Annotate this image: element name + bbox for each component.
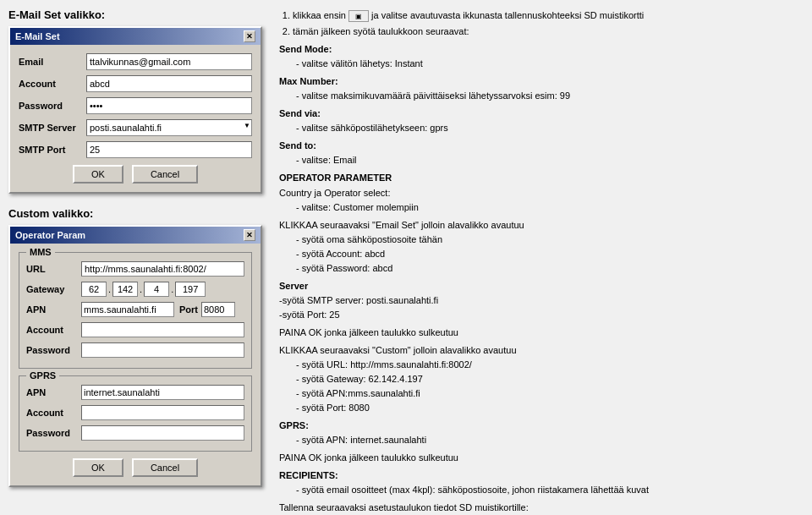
mms-password-input[interactable] xyxy=(81,342,244,358)
country-select-label: Country ja Operator select: xyxy=(279,188,390,198)
mms-port-input[interactable] xyxy=(201,302,235,317)
paina-ok-2-block: PAINA OK jonka jälkeen taulukko sulkeutu… xyxy=(279,451,804,465)
gprs-apn-input[interactable] xyxy=(81,385,244,400)
max-number-block: Max Number: - valitse maksimikuvamäärä p… xyxy=(279,74,804,103)
email-password-label: Password xyxy=(19,101,86,111)
gprs-block: GPRS: - syötä APN: internet.saunalahti xyxy=(279,419,804,447)
gprs-account-label: Account xyxy=(26,408,81,418)
gprs-apn-row: APN xyxy=(26,385,244,400)
mms-apn-input[interactable] xyxy=(81,302,174,317)
recipients-desc: - syötä email osoitteet (max 4kpl): sähk… xyxy=(296,485,649,495)
email-ok-button[interactable]: OK xyxy=(73,165,123,184)
gprs-account-input[interactable] xyxy=(81,405,244,420)
klikkaa-email-block: KLIKKAA seuraavaksi "Email Set" jolloin … xyxy=(279,218,804,276)
gprs-content: APN Account Password xyxy=(26,385,244,441)
email-smtp-server-label: SMTP Server xyxy=(19,123,86,133)
send-via-label: Send via: xyxy=(279,108,321,118)
email-smtp-server-row: SMTP Server xyxy=(19,119,252,136)
tallenna-block: Tallenna seuraavaksi asetustaulukon tied… xyxy=(279,501,804,515)
gprs-account-row: Account xyxy=(26,405,244,420)
gprs-legend: GPRS xyxy=(26,370,59,381)
mms-url-label: URL xyxy=(26,264,81,274)
email-account-label: Account xyxy=(19,79,86,89)
email-dialog-buttons: OK Cancel xyxy=(19,165,252,184)
send-to-label: Send to: xyxy=(279,140,316,151)
send-mode-block: Send Mode: - valitse välitön lähetys: In… xyxy=(279,42,804,71)
gprs-fieldset: GPRS APN Account Password xyxy=(19,375,252,452)
email-dialog-close-button[interactable]: ✕ xyxy=(244,30,255,42)
gprs-step-1: - syötä APN: internet.saunalahti xyxy=(296,435,426,445)
gprs-apn-label: APN xyxy=(26,387,81,397)
intro-item-1: klikkaa ensin ▣ ja valitse avautuvasta i… xyxy=(293,8,804,23)
intro-item-2: tämän jälkeen syötä taulukkoon seuraavat… xyxy=(293,25,804,39)
custom-section-title: Custom valikko: xyxy=(8,207,262,220)
email-section-title: E-Mail Set valikko: xyxy=(8,8,262,21)
gprs-password-label: Password xyxy=(26,428,81,438)
max-number-label: Max Number: xyxy=(279,76,338,86)
email-email-row: Email xyxy=(19,53,252,70)
mms-account-row: Account xyxy=(26,322,244,337)
operator-ok-button[interactable]: OK xyxy=(73,458,123,477)
server-port-label: -syötä Port: 25 xyxy=(279,310,340,320)
mms-gateway-octet-2[interactable] xyxy=(112,282,138,297)
operator-cancel-button[interactable]: Cancel xyxy=(132,458,198,477)
sd-icon: ▣ xyxy=(348,10,369,22)
mms-password-label: Password xyxy=(26,345,81,355)
custom-step-3: - syötä APN:mms.saunalahti.fi xyxy=(296,388,420,398)
email-email-label: Email xyxy=(19,57,86,67)
paina-ok-2-text: PAINA OK jonka jälkeen taulukko sulkeutu… xyxy=(279,452,458,463)
email-email-input[interactable] xyxy=(86,53,252,70)
server-smtp-label: -syötä SMTP server: posti.saunalahti.fi xyxy=(279,295,438,305)
email-dialog-titlebar: E-Mail Set ✕ xyxy=(10,28,261,45)
mms-url-row: URL xyxy=(26,261,244,277)
operator-dialog-buttons: OK Cancel xyxy=(19,458,252,477)
email-step-3: - syötä Password: abcd xyxy=(296,263,392,273)
email-smtp-port-label: SMTP Port xyxy=(19,145,86,155)
send-mode-desc: - valitse välitön lähetys: Instant xyxy=(296,58,423,68)
klikkaa-custom-label: KLIKKAA seuraavaksi "Custom" jolloin ala… xyxy=(279,345,517,355)
gprs-password-input[interactable] xyxy=(81,425,244,441)
send-mode-label: Send Mode: xyxy=(279,44,332,54)
mms-gateway-octet-4[interactable] xyxy=(175,282,206,297)
operator-dialog: Operator Param ✕ MMS URL Gateway xyxy=(8,225,262,487)
mms-gateway-row: Gateway . . . xyxy=(26,282,244,297)
operator-dialog-close-button[interactable]: ✕ xyxy=(244,229,255,241)
server-label: Server xyxy=(279,281,308,291)
mms-gateway-octet-1[interactable] xyxy=(81,282,107,297)
email-dialog-title: E-Mail Set xyxy=(15,31,60,41)
send-via-desc: - valitse sähköpostilähetykseen: gprs xyxy=(296,123,448,133)
mms-legend: MMS xyxy=(26,247,55,257)
email-step-1: - syötä oma sähköpostiosoite tähän xyxy=(296,234,442,244)
email-dialog: E-Mail Set ✕ Email Account Password SMTP… xyxy=(8,26,262,194)
recipients-label: RECIPIENTS: xyxy=(279,470,338,480)
paina-ok-1-block: PAINA OK jonka jälkeen taulukko sulkeutu… xyxy=(279,326,804,340)
tallenna-label: Tallenna seuraavaksi asetustaulukon tied… xyxy=(279,502,529,512)
custom-step-1: - syötä URL: http://mms.saunalahti.fi:80… xyxy=(296,359,472,370)
klikkaa-email-label: KLIKKAA seuraavaksi "Email Set" jolloin … xyxy=(279,220,524,230)
email-password-input[interactable] xyxy=(86,97,252,114)
max-number-desc: - valitse maksimikuvamäärä päivittäiseks… xyxy=(296,90,570,101)
mms-url-input[interactable] xyxy=(81,261,244,277)
email-smtp-port-row: SMTP Port xyxy=(19,141,252,158)
mms-account-input[interactable] xyxy=(81,322,244,337)
operator-param-label: OPERATOR PARAMETER xyxy=(279,173,392,183)
mms-gateway-octet-3[interactable] xyxy=(144,282,169,297)
email-smtp-server-input[interactable] xyxy=(86,119,252,136)
email-account-input[interactable] xyxy=(86,75,252,92)
mms-content: URL Gateway . . . xyxy=(26,261,244,358)
right-panel: klikkaa ensin ▣ ja valitse avautuvasta i… xyxy=(279,8,804,515)
email-cancel-button[interactable]: Cancel xyxy=(132,165,198,184)
send-via-block: Send via: - valitse sähköpostilähetyksee… xyxy=(279,107,804,135)
mms-password-row: Password xyxy=(26,342,244,358)
custom-step-2: - syötä Gateway: 62.142.4.197 xyxy=(296,374,423,384)
paina-ok-1-text: PAINA OK jonka jälkeen taulukko sulkeutu… xyxy=(279,327,458,337)
email-smtp-port-input[interactable] xyxy=(86,141,252,158)
email-account-row: Account xyxy=(19,75,252,92)
intro-list: klikkaa ensin ▣ ja valitse avautuvasta i… xyxy=(293,8,804,39)
operator-dialog-title: Operator Param xyxy=(15,230,85,240)
mms-gateway-parts: . . . xyxy=(81,282,206,297)
send-to-desc: - valitse: Email xyxy=(296,155,357,165)
email-password-row: Password xyxy=(19,97,252,114)
mms-account-label: Account xyxy=(26,325,81,335)
send-to-block: Send to: - valitse: Email xyxy=(279,139,804,167)
